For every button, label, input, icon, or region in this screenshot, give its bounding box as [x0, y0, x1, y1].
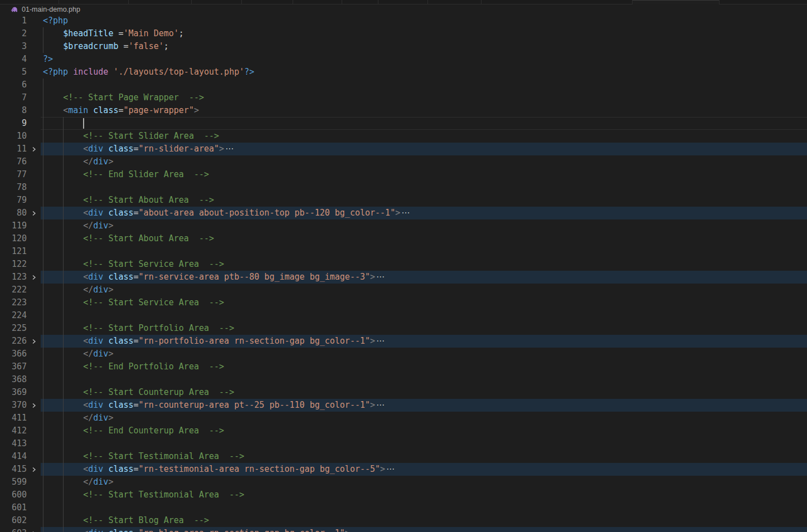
code-line-content: <!-- Start Service Area -->	[41, 296, 807, 309]
fold-gutter	[27, 91, 41, 104]
token-op: ;	[179, 28, 184, 38]
code-line-8[interactable]: 8 <main class="page-wrapper">	[0, 104, 807, 117]
code-line-content	[41, 501, 807, 514]
code-line-5[interactable]: 5<?php include './layouts/top-layout.php…	[0, 66, 807, 79]
token-pu: >	[370, 336, 375, 346]
code-line-413[interactable]: 413	[0, 437, 807, 450]
code-line-223[interactable]: 223 <!-- Start Service Area -->	[0, 296, 807, 309]
fold-chevron-icon[interactable]	[27, 271, 41, 284]
fold-chevron-icon[interactable]	[27, 463, 41, 476]
code-line-600[interactable]: 600 <!-- Start Testimonial Area -->	[0, 489, 807, 501]
token-cm: <!-- End Counterup Area -->	[83, 426, 224, 436]
code-line-411[interactable]: 411 </div>	[0, 412, 807, 424]
code-line-412[interactable]: 412 <!-- End Counterup Area -->	[0, 424, 807, 437]
token-cm: <!-- End Portfolio Area -->	[83, 362, 224, 372]
code-line-content: <!-- Start Testimonial Area -->	[41, 489, 807, 501]
code-line-225[interactable]: 225 <!-- Start Portfolio Area -->	[0, 322, 807, 335]
indent-guide	[63, 386, 64, 399]
fold-chevron-icon[interactable]	[27, 335, 41, 348]
indent-guide	[43, 143, 43, 155]
token-pu: <	[83, 208, 88, 218]
code-line-78[interactable]: 78	[0, 181, 807, 194]
fold-gutter	[27, 489, 41, 501]
code-line-content: ?>	[41, 53, 807, 66]
fold-chevron-icon[interactable]	[27, 143, 41, 155]
token-st: "rn-counterup-area pt--25 pb--110 bg_col…	[139, 400, 370, 410]
code-line-603[interactable]: 603 <div class="rn-blog-area rn-section-…	[0, 527, 807, 532]
line-number: 414	[0, 450, 27, 463]
code-line-76[interactable]: 76 </div>	[0, 155, 807, 168]
token-pu: <	[83, 400, 88, 410]
code-line-602[interactable]: 602 <!-- Start Blog Area -->	[0, 514, 807, 527]
fold-gutter	[27, 194, 41, 207]
code-line-414[interactable]: 414 <!-- Start Testimonial Area -->	[0, 450, 807, 463]
line-number: 123	[0, 271, 27, 284]
indent-guide	[63, 117, 64, 130]
code-line-368[interactable]: 368	[0, 373, 807, 386]
code-line-content: </div>	[41, 348, 807, 360]
indent-guide	[63, 463, 64, 476]
token-st: "rn-slider-area"	[139, 144, 220, 154]
code-editor[interactable]: 1<?php2 $headTitle ='Main Demo';3 $bread…	[0, 14, 807, 532]
token-tg: div	[88, 400, 103, 410]
line-number: 224	[0, 309, 27, 322]
token-cm: <!-- Start Testimonial Area -->	[83, 451, 244, 461]
token-cm: <!-- Start Slider Area -->	[83, 131, 219, 141]
indent-guide	[43, 40, 43, 53]
code-line-226[interactable]: 226 <div class="rn-portfolio-area rn-sec…	[0, 335, 807, 348]
code-line-77[interactable]: 77 <!-- End Slider Area -->	[0, 168, 807, 181]
code-line-2[interactable]: 2 $headTitle ='Main Demo';	[0, 27, 807, 40]
code-line-79[interactable]: 79 <!-- Start About Area -->	[0, 194, 807, 207]
token-op: =	[118, 105, 123, 115]
code-line-9[interactable]: 9	[0, 117, 807, 130]
indent-guide	[63, 130, 64, 143]
code-line-content: <!-- Start Testimonial Area -->	[41, 450, 807, 463]
code-line-222[interactable]: 222 </div>	[0, 284, 807, 296]
active-tab[interactable]	[632, 0, 719, 4]
tab-divider	[378, 0, 378, 4]
code-line-6[interactable]: 6	[0, 79, 807, 91]
code-line-370[interactable]: 370 <div class="rn-counterup-area pt--25…	[0, 399, 807, 412]
indent-guide	[63, 322, 64, 335]
fold-gutter	[27, 296, 41, 309]
indent-guide	[43, 399, 43, 412]
code-line-224[interactable]: 224	[0, 309, 807, 322]
code-line-content: <!-- Start Page Wrapper -->	[41, 91, 807, 104]
breadcrumb[interactable]: 01-main-demo.php	[0, 4, 807, 14]
code-line-599[interactable]: 599 </div>	[0, 476, 807, 489]
code-line-120[interactable]: 120 <!-- Start About Area -->	[0, 232, 807, 245]
tab-divider	[719, 0, 720, 4]
code-line-369[interactable]: 369 <!-- Start Counterup Area -->	[0, 386, 807, 399]
indent-guide	[43, 501, 43, 514]
code-line-7[interactable]: 7 <!-- Start Page Wrapper -->	[0, 91, 807, 104]
code-line-119[interactable]: 119 </div>	[0, 219, 807, 232]
code-line-415[interactable]: 415 <div class="rn-testimonial-area rn-s…	[0, 463, 807, 476]
line-number: 367	[0, 360, 27, 373]
code-line-11[interactable]: 11 <div class="rn-slider-area">⋯	[0, 143, 807, 155]
code-line-1[interactable]: 1<?php	[0, 14, 807, 27]
code-line-601[interactable]: 601	[0, 501, 807, 514]
code-line-4[interactable]: 4?>	[0, 53, 807, 66]
code-line-content: <!-- Start Counterup Area -->	[41, 386, 807, 399]
line-number: 77	[0, 168, 27, 181]
fold-chevron-icon[interactable]	[27, 399, 41, 412]
code-line-367[interactable]: 367 <!-- End Portfolio Area -->	[0, 360, 807, 373]
code-line-3[interactable]: 3 $breadcrumb ='false';	[0, 40, 807, 53]
code-line-122[interactable]: 122 <!-- Start Service Area -->	[0, 258, 807, 271]
code-line-366[interactable]: 366 </div>	[0, 348, 807, 360]
indent-guide	[43, 271, 43, 284]
fold-chevron-icon[interactable]	[27, 527, 41, 532]
indent-guide	[63, 296, 64, 309]
line-number: 121	[0, 245, 27, 258]
token-ws	[88, 105, 93, 115]
token-op: =	[113, 28, 123, 38]
token-cm: <!-- Start Service Area -->	[83, 297, 224, 308]
line-number: 599	[0, 476, 27, 489]
code-line-123[interactable]: 123 <div class="rn-service-area ptb--80 …	[0, 271, 807, 284]
token-kw: include	[73, 67, 108, 77]
fold-chevron-icon[interactable]	[27, 207, 41, 219]
code-line-121[interactable]: 121	[0, 245, 807, 258]
code-line-10[interactable]: 10 <!-- Start Slider Area -->	[0, 130, 807, 143]
code-line-80[interactable]: 80 <div class="about-area about-position…	[0, 207, 807, 219]
token-pu: <	[83, 464, 88, 474]
